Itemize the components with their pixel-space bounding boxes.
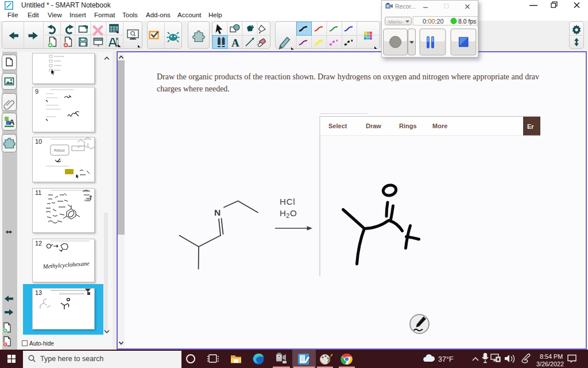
svg-text:8:54 PM: 8:54 PM (540, 353, 563, 360)
svg-text:Er: Er (527, 123, 534, 130)
svg-text:Methylcyclohexane: Methylcyclohexane (42, 260, 90, 270)
svg-text:37°F: 37°F (438, 355, 454, 363)
svg-text:H2O: H2O (280, 208, 297, 220)
svg-text:Menu: Menu (388, 18, 402, 25)
svg-text:8.0 fps: 8.0 fps (458, 18, 477, 25)
svg-text:3/26/2022: 3/26/2022 (536, 361, 564, 367)
svg-text:Select: Select (328, 122, 347, 129)
svg-text:0:00:20: 0:00:20 (423, 18, 444, 25)
svg-text:Retool: Retool (54, 148, 65, 152)
svg-text:HCl: HCl (280, 197, 295, 206)
svg-text:N: N (214, 208, 220, 217)
svg-text:Rings: Rings (399, 122, 417, 129)
svg-text:A: A (231, 37, 239, 49)
svg-text:Recor...: Recor... (395, 3, 416, 10)
svg-text:even: even (83, 189, 90, 193)
svg-text:Draw: Draw (366, 122, 381, 129)
svg-text:More: More (432, 122, 447, 129)
svg-text:odd: odd (84, 198, 91, 202)
